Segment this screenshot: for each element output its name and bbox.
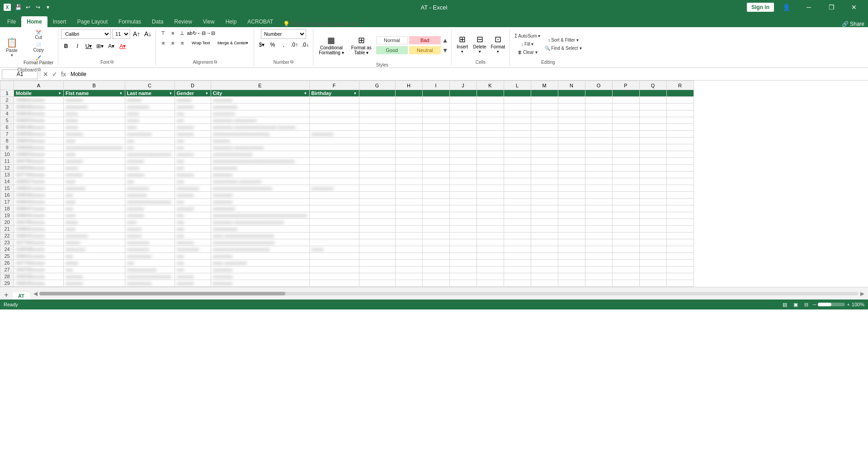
cell-F19[interactable] [309, 212, 359, 219]
cell-E23[interactable]: xxxxxxxxxxxxxxxxxxxxxxxxx [211, 239, 309, 246]
cell-C7[interactable]: xxxxxxxxxx [125, 131, 175, 138]
fill-btn[interactable]: ↓ Fill ▾ [513, 41, 542, 48]
cell-B4[interactable]: xxxxx [64, 110, 125, 117]
redo-quick-btn[interactable]: ↪ [33, 3, 42, 12]
filter-dropdown-F[interactable]: ▼ [354, 91, 357, 95]
cell-F22[interactable] [309, 233, 359, 239]
zoom-out-btn[interactable]: ─ [813, 302, 816, 307]
cell-D7[interactable]: xxxxxxx [175, 131, 211, 138]
cell-A18[interactable]: 436647xxxxx [14, 205, 64, 212]
middle-align-btn[interactable]: ≡ [168, 29, 177, 37]
alignment-expand-icon[interactable]: ⧉ [214, 59, 217, 65]
tab-insert[interactable]: Insert [47, 16, 72, 27]
cell-A2[interactable]: 436641xxxxx [14, 97, 64, 104]
delete-cells-btn[interactable]: ⊟ Delete ▾ [472, 33, 488, 55]
cell-A15[interactable]: 436641xxxxx [14, 185, 64, 192]
cell-C21[interactable]: xxxxxx [125, 226, 175, 233]
left-align-btn[interactable]: ≡ [159, 39, 168, 47]
cell-A21[interactable]: 436641xxxxx [14, 226, 64, 233]
cell-C10[interactable]: xxxxxxxxxxxxxxxxxx [125, 151, 175, 158]
cell-A5[interactable]: 436603xxxxx [14, 117, 64, 124]
cell-A3[interactable]: 436506xxxxx [14, 104, 64, 110]
cell-F5[interactable] [309, 117, 359, 124]
cell-B23[interactable]: xxxxxx [64, 239, 125, 246]
cell-A29[interactable]: 436645xxxxx [14, 280, 64, 287]
decrease-font-btn[interactable]: A↓ [143, 29, 153, 39]
cell-C28[interactable]: xxxxxxxxxxxxxxxxxx [125, 273, 175, 280]
col-header-P[interactable]: P [612, 81, 639, 90]
share-btn[interactable]: 🔗 Share [842, 21, 864, 27]
cell-A27[interactable]: 436765xxxxx [14, 266, 64, 273]
font-expand-icon[interactable]: ⧉ [110, 59, 113, 65]
cell-F26[interactable] [309, 260, 359, 266]
cell-F4[interactable] [309, 110, 359, 117]
cell-F8[interactable] [309, 138, 359, 144]
cell-B24[interactable]: xxxxxxxx [64, 246, 125, 253]
col-header-F[interactable]: F [309, 81, 359, 90]
close-btn[interactable]: ✕ [844, 0, 864, 14]
cell-C19[interactable]: xxxxxxx [125, 212, 175, 219]
cell-F17[interactable] [309, 199, 359, 205]
styles-scroll-down[interactable]: ▼ [442, 47, 448, 54]
increase-font-btn[interactable]: A↑ [132, 29, 142, 39]
col-header-J[interactable]: J [449, 81, 476, 90]
cell-C1[interactable]: Last name ▼ [125, 90, 175, 97]
orient-btn[interactable]: ab↻ [187, 29, 196, 37]
filter-dropdown-E[interactable]: ▼ [304, 91, 307, 95]
cell-E24[interactable]: xxxxxxxxxxxxxxxxxxxxxxx [211, 246, 309, 253]
cell-D11[interactable]: xxx [175, 158, 211, 165]
cell-F1[interactable]: Birthday ▼ [309, 90, 359, 97]
cell-A26[interactable]: 437764xxxxx [14, 260, 64, 266]
cell-D12[interactable]: xxx [175, 165, 211, 171]
name-box[interactable]: A1 [2, 69, 38, 79]
cell-F28[interactable] [309, 273, 359, 280]
cell-F3[interactable] [309, 104, 359, 110]
cell-A16[interactable]: 436506xxxxx [14, 192, 64, 199]
cell-B5[interactable]: xxxxx [64, 117, 125, 124]
bad-style-btn[interactable]: Bad [409, 36, 441, 44]
cell-C4[interactable]: xxxxx [125, 110, 175, 117]
cell-B25[interactable]: xxx [64, 253, 125, 260]
cell-I1[interactable] [422, 90, 449, 97]
tab-help[interactable]: Help [220, 16, 242, 27]
col-header-D[interactable]: D [175, 81, 211, 90]
cell-B26[interactable]: xxxxx [64, 260, 125, 266]
cell-A14[interactable]: 436507xxxxx [14, 178, 64, 185]
font-size-select[interactable]: 11 [112, 29, 130, 39]
cell-E14[interactable]: xxxxxxxxxx-xxxxxxxxx [211, 178, 309, 185]
cell-F23[interactable] [309, 239, 359, 246]
cell-D21[interactable]: xxx [175, 226, 211, 233]
italic-button[interactable]: I [72, 41, 82, 51]
cell-C22[interactable]: xxxxxx [125, 233, 175, 239]
cell-F25[interactable] [309, 253, 359, 260]
cell-B3[interactable]: xxxxxxxxx [64, 104, 125, 110]
cell-G1[interactable] [359, 90, 395, 97]
cell-C2[interactable]: xxxxxx [125, 97, 175, 104]
cell-A25[interactable]: 436641xxxxx [14, 253, 64, 260]
page-layout-view-btn[interactable]: ▣ [791, 301, 800, 308]
cell-C20[interactable]: xxxx [125, 219, 175, 226]
cell-D18[interactable]: xxxxxxx [175, 205, 211, 212]
cell-F11[interactable] [309, 158, 359, 165]
cell-D9[interactable]: xxx [175, 144, 211, 151]
cell-B15[interactable]: xxxxxxxx [64, 185, 125, 192]
cell-F12[interactable] [309, 165, 359, 171]
indent-increase-btn[interactable]: →⊟ [206, 29, 215, 37]
cell-A9[interactable]: 436606xxxxx [14, 144, 64, 151]
cell-D20[interactable]: xxx [175, 219, 211, 226]
cell-B16[interactable]: xxx [64, 192, 125, 199]
filter-dropdown-C[interactable]: ▼ [169, 91, 173, 95]
cell-H1[interactable] [395, 90, 422, 97]
cell-C25[interactable]: xxxxxxxxxx [125, 253, 175, 260]
cell-A10[interactable]: 436603xxxxx [14, 151, 64, 158]
cell-E5[interactable]: xxxxxxxx-xxxxxxxxx [211, 117, 309, 124]
neutral-style-btn[interactable]: Neutral [409, 46, 441, 54]
cell-A13[interactable]: 437764xxxxx [14, 171, 64, 178]
cell-C17[interactable]: xxxxxxxxxxxxxxxxxx [125, 199, 175, 205]
cell-C27[interactable]: xxxxxxxxxxxx [125, 266, 175, 273]
cell-D19[interactable]: xxx [175, 212, 211, 219]
cell-P1[interactable] [612, 90, 639, 97]
fill-color-button[interactable]: A▾ [106, 41, 116, 51]
filter-dropdown-D[interactable]: ▼ [205, 91, 209, 95]
cell-C29[interactable]: xxxxxxxxxx [125, 280, 175, 287]
